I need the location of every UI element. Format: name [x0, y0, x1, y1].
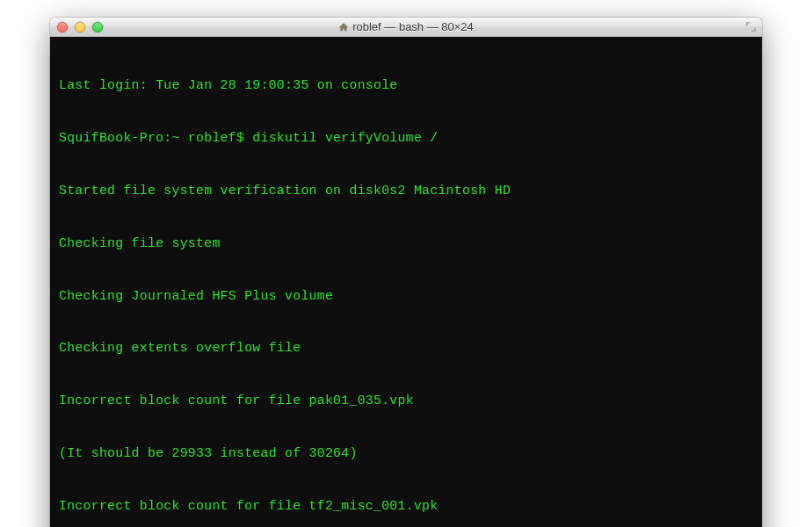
- zoom-button[interactable]: [92, 22, 103, 32]
- terminal-body[interactable]: Last login: Tue Jan 28 19:00:35 on conso…: [50, 37, 762, 527]
- close-button[interactable]: [57, 22, 68, 32]
- terminal-line: Started file system verification on disk…: [59, 183, 753, 200]
- minimize-button[interactable]: [75, 22, 85, 32]
- terminal-line: SquifBook-Pro:~ roblef$ diskutil verifyV…: [59, 130, 753, 148]
- window-controls: [57, 22, 103, 32]
- terminal-line: Incorrect block count for file pak01_035…: [59, 393, 753, 410]
- terminal-line: Checking file system: [59, 235, 753, 253]
- terminal-window: roblef — bash — 80×24 Last login: Tue Ja…: [50, 18, 762, 527]
- titlebar[interactable]: roblef — bash — 80×24: [50, 18, 762, 37]
- terminal-line: Last login: Tue Jan 28 19:00:35 on conso…: [59, 77, 753, 95]
- home-icon: [338, 22, 349, 32]
- expand-icon[interactable]: [744, 21, 757, 33]
- terminal-line: Incorrect block count for file tf2_misc_…: [59, 498, 753, 516]
- terminal-line: Checking Journaled HFS Plus volume: [59, 288, 753, 306]
- window-title: roblef — bash — 80×24: [57, 20, 755, 33]
- terminal-line: (It should be 29933 instead of 30264): [59, 445, 753, 463]
- terminal-line: Checking extents overflow file: [59, 340, 753, 357]
- window-title-text: roblef — bash — 80×24: [352, 20, 474, 33]
